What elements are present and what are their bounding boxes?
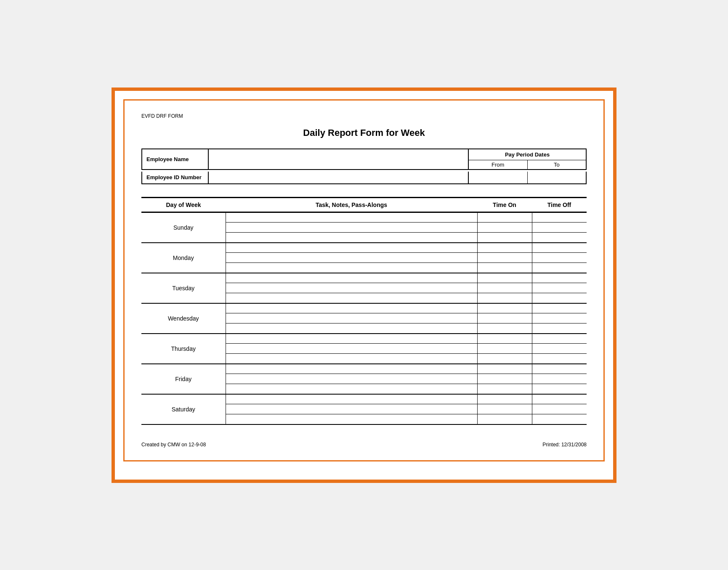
table-row: Wendesday	[141, 303, 587, 334]
time-on-line[interactable]	[478, 334, 532, 344]
employee-id-input[interactable]	[209, 172, 469, 184]
col-header-time-off: Time Off	[532, 197, 587, 212]
time-on-line[interactable]	[478, 223, 532, 233]
footer-left: Created by CMW on 12-9-08	[141, 442, 206, 448]
time-off-line[interactable]	[532, 414, 587, 424]
task-line[interactable]	[226, 334, 477, 344]
time-on-cell[interactable]	[477, 394, 532, 424]
task-cell[interactable]	[226, 394, 477, 424]
time-on-line[interactable]	[478, 233, 532, 242]
table-header-row: Day of Week Task, Notes, Pass-Alongs Tim…	[141, 197, 587, 212]
time-on-line[interactable]	[478, 263, 532, 273]
time-on-line[interactable]	[478, 374, 532, 384]
task-line[interactable]	[226, 344, 477, 354]
task-line[interactable]	[226, 273, 477, 284]
time-on-line[interactable]	[478, 283, 532, 293]
time-off-line[interactable]	[532, 313, 587, 323]
time-off-cell[interactable]	[532, 273, 587, 303]
task-cell[interactable]	[226, 303, 477, 334]
time-on-cell[interactable]	[477, 334, 532, 364]
pay-period-from-to: From To	[469, 160, 586, 169]
inner-border: EVFD DRF FORM Daily Report Form for Week…	[123, 99, 605, 461]
task-line[interactable]	[226, 213, 477, 223]
time-on-line[interactable]	[478, 414, 532, 424]
time-off-line[interactable]	[532, 334, 587, 344]
time-on-line[interactable]	[478, 384, 532, 394]
time-on-line[interactable]	[478, 253, 532, 263]
task-cell[interactable]	[226, 212, 477, 243]
time-on-line[interactable]	[478, 323, 532, 333]
task-line[interactable]	[226, 223, 477, 233]
date-from-input[interactable]	[469, 172, 528, 183]
time-off-line[interactable]	[532, 354, 587, 363]
task-cell[interactable]	[226, 243, 477, 273]
time-on-line[interactable]	[478, 243, 532, 253]
time-off-line[interactable]	[532, 374, 587, 384]
time-off-line[interactable]	[532, 253, 587, 263]
time-off-cell[interactable]	[532, 243, 587, 273]
time-off-cell[interactable]	[532, 212, 587, 243]
time-off-cell[interactable]	[532, 364, 587, 394]
time-on-cell[interactable]	[477, 303, 532, 334]
time-off-cell[interactable]	[532, 303, 587, 334]
time-off-line[interactable]	[532, 395, 587, 405]
time-on-line[interactable]	[478, 354, 532, 363]
time-off-line[interactable]	[532, 344, 587, 354]
form-header-label: EVFD DRF FORM	[141, 113, 587, 119]
time-on-line[interactable]	[478, 344, 532, 354]
task-line[interactable]	[226, 263, 477, 273]
task-line[interactable]	[226, 374, 477, 384]
task-line[interactable]	[226, 354, 477, 363]
table-row: Friday	[141, 364, 587, 394]
time-on-line[interactable]	[478, 395, 532, 405]
time-on-cell[interactable]	[477, 212, 532, 243]
employee-name-label: Employee Name	[141, 148, 209, 170]
col-header-time-on: Time On	[477, 197, 532, 212]
time-off-line[interactable]	[532, 273, 587, 284]
task-cell[interactable]	[226, 273, 477, 303]
task-line[interactable]	[226, 313, 477, 323]
task-line[interactable]	[226, 283, 477, 293]
time-off-line[interactable]	[532, 384, 587, 394]
task-line[interactable]	[226, 243, 477, 253]
footer-right: Printed: 12/31/2008	[542, 442, 587, 448]
task-cell[interactable]	[226, 364, 477, 394]
task-line[interactable]	[226, 233, 477, 242]
date-to-input[interactable]	[528, 172, 586, 183]
time-off-line[interactable]	[532, 243, 587, 253]
task-line[interactable]	[226, 253, 477, 263]
time-on-cell[interactable]	[477, 273, 532, 303]
time-on-line[interactable]	[478, 213, 532, 223]
time-off-line[interactable]	[532, 223, 587, 233]
time-off-line[interactable]	[532, 304, 587, 314]
task-line[interactable]	[226, 323, 477, 333]
time-off-line[interactable]	[532, 283, 587, 293]
task-line[interactable]	[226, 395, 477, 405]
time-off-cell[interactable]	[532, 394, 587, 424]
footer: Created by CMW on 12-9-08 Printed: 12/31…	[141, 442, 587, 448]
task-line[interactable]	[226, 364, 477, 374]
time-on-cell[interactable]	[477, 364, 532, 394]
time-off-line[interactable]	[532, 404, 587, 414]
task-line[interactable]	[226, 304, 477, 314]
time-off-line[interactable]	[532, 263, 587, 273]
time-off-line[interactable]	[532, 293, 587, 303]
time-on-cell[interactable]	[477, 243, 532, 273]
time-off-cell[interactable]	[532, 334, 587, 364]
time-off-line[interactable]	[532, 233, 587, 242]
time-on-line[interactable]	[478, 273, 532, 284]
time-on-line[interactable]	[478, 313, 532, 323]
time-on-line[interactable]	[478, 364, 532, 374]
time-off-line[interactable]	[532, 323, 587, 333]
time-off-line[interactable]	[532, 213, 587, 223]
task-line[interactable]	[226, 293, 477, 303]
time-off-line[interactable]	[532, 364, 587, 374]
task-cell[interactable]	[226, 334, 477, 364]
task-line[interactable]	[226, 384, 477, 394]
task-line[interactable]	[226, 414, 477, 424]
employee-name-input[interactable]	[209, 148, 469, 170]
time-on-line[interactable]	[478, 404, 532, 414]
time-on-line[interactable]	[478, 293, 532, 303]
task-line[interactable]	[226, 404, 477, 414]
time-on-line[interactable]	[478, 304, 532, 314]
